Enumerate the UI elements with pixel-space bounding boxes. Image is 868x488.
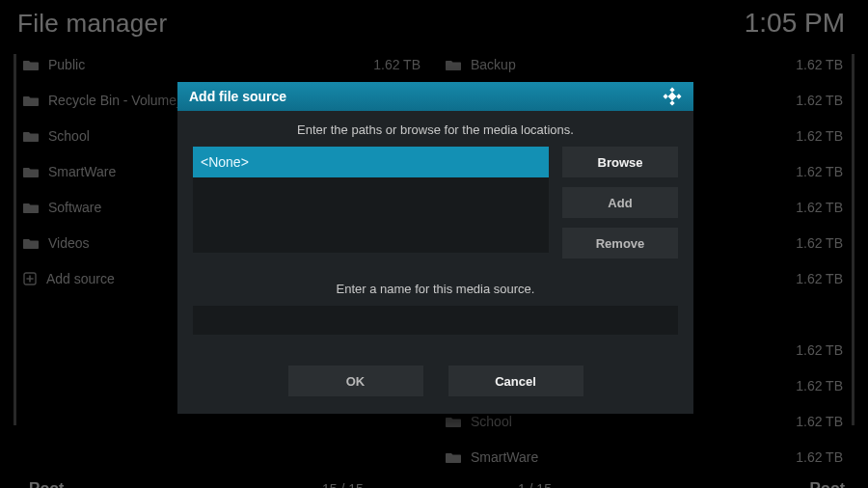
left-root-label: Root [29,480,64,488]
item-size: 1.62 TB [796,57,847,72]
name-hint: Enter a name for this media source. [193,282,678,296]
svg-rect-2 [669,100,674,105]
kodi-logo-icon [663,87,682,106]
right-count: 1 / 15 [518,481,552,488]
item-size: 1.62 TB [796,128,847,144]
folder-icon [23,202,39,213]
folder-icon [23,166,39,177]
remove-path-button[interactable]: Remove [562,228,678,258]
paths-list[interactable]: <None> [193,147,549,253]
svg-rect-3 [663,94,667,98]
browse-button[interactable]: Browse [562,147,678,177]
folder-icon [446,59,461,70]
ok-button[interactable]: OK [288,366,423,396]
item-size: 1.62 TB [796,414,847,429]
item-size: 1.62 TB [796,342,847,358]
folder-icon [446,416,461,427]
item-size: 1.62 TB [796,93,847,108]
paths-hint: Enter the paths or browse for the media … [193,122,678,137]
path-entry[interactable]: <None> [193,147,549,177]
scrollbar-right[interactable] [852,54,854,425]
folder-icon [23,95,39,106]
item-label: SmartWare [471,449,786,465]
item-size: 1.62 TB [796,235,847,251]
item-size: 1.62 TB [796,378,847,393]
item-label: Public [48,57,364,72]
folder-icon [23,59,39,70]
list-item[interactable]: Backup1.62 TB [440,46,851,82]
folder-icon [446,451,461,463]
dialog-title: Add file source [189,89,286,104]
right-root-label: Root [810,480,845,488]
item-size: 1.62 TB [796,200,847,215]
source-name-input[interactable] [193,306,678,335]
item-label: Backup [471,57,786,72]
folder-icon [23,130,39,142]
item-size: 1.62 TB [796,449,847,465]
list-item[interactable]: SmartWare1.62 TB [440,439,851,474]
page-title: File manager [17,9,167,39]
folder-icon [23,237,39,249]
clock: 1:05 PM [745,8,845,39]
add-path-button[interactable]: Add [562,187,678,218]
item-size: 1.62 TB [796,271,847,286]
scrollbar-left[interactable] [14,54,16,425]
item-size: 1.62 TB [373,57,424,72]
svg-rect-4 [676,94,681,98]
svg-rect-5 [668,93,677,101]
add-file-source-dialog: Add file source Enter the paths or brows… [177,82,693,414]
item-size: 1.62 TB [796,164,847,179]
left-count: 15 / 15 [322,481,364,488]
list-item[interactable]: Public1.62 TB [17,46,428,82]
svg-rect-1 [669,87,674,92]
cancel-button[interactable]: Cancel [448,366,583,396]
add-source-icon [23,272,37,285]
item-label: School [471,414,786,429]
